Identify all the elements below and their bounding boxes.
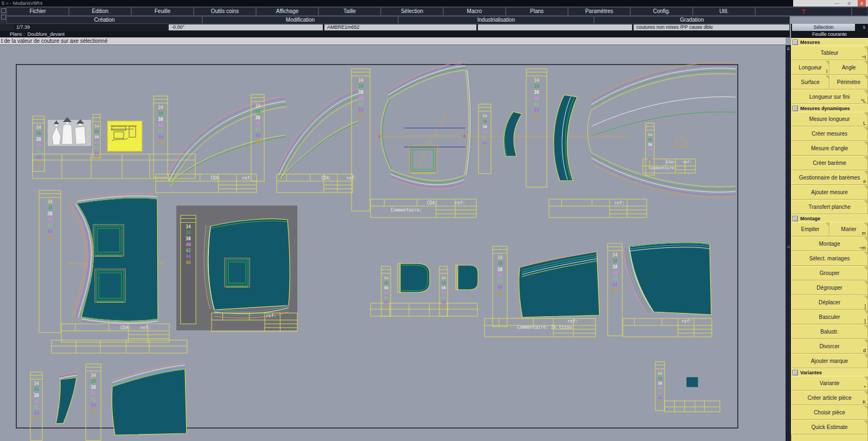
menu-item-3[interactable]: Outils coins xyxy=(194,8,256,15)
size-strip[interactable]: 34363840424446 xyxy=(181,215,196,324)
mode-tab-3[interactable]: Gradation xyxy=(595,17,789,23)
tool-button-longueur[interactable]: Longueurl xyxy=(791,60,829,75)
empty-field[interactable] xyxy=(478,24,632,30)
tool-button-cr-er-mesures[interactable]: Créer mesures xyxy=(791,126,868,141)
mode-tab-2[interactable]: Industrialisation xyxy=(399,17,593,23)
pattern-piece[interactable] xyxy=(112,369,187,435)
section-checkbox-icon[interactable] xyxy=(793,106,798,111)
size-strip[interactable]: 34363840424446 xyxy=(352,69,370,211)
tool-button-variante[interactable]: Variante* xyxy=(791,376,868,391)
technical-sketch-thumbnail[interactable] xyxy=(107,121,142,151)
pattern-piece[interactable] xyxy=(56,378,76,424)
tool-button-mesure-d-angle[interactable]: Mesure d'angle xyxy=(791,141,868,156)
size-strip[interactable]: 34363840424446 xyxy=(493,246,507,327)
menu-item-11[interactable]: Util. xyxy=(693,8,755,15)
tool-section-title: Mesures xyxy=(800,40,820,45)
tool-button-gestionnaire-de-bar-mes[interactable]: Gestionnaire de barèmes# xyxy=(791,170,868,185)
pattern-piece[interactable] xyxy=(503,112,522,156)
menu-item-1[interactable]: Édition xyxy=(69,8,131,15)
tool-button-s-lect-mariages[interactable]: Sélect. mariages xyxy=(791,251,868,266)
pattern-piece[interactable] xyxy=(457,265,478,290)
tool-button-cr-er-article-pi-ce[interactable]: Créer article pièceK xyxy=(791,391,868,405)
size-strip[interactable]: 34363840424446 xyxy=(439,266,448,316)
tool-button-empiler[interactable]: Empiler xyxy=(791,222,829,237)
size-strip[interactable]: 34363840424446 xyxy=(251,94,264,181)
title-block[interactable]: CDA:ref: xyxy=(277,174,356,193)
scroll-grip-icon[interactable]: ≡ xyxy=(786,244,791,250)
title-block[interactable]: ref:Commentaire: 2x tissu xyxy=(484,318,596,337)
tool-button-d-placer[interactable]: Déplacer] xyxy=(791,295,868,310)
menu-item-9[interactable]: Paramètres xyxy=(569,8,630,15)
size-strip[interactable]: 34363840424446 xyxy=(154,96,168,177)
pattern-piece[interactable] xyxy=(629,243,711,315)
tool-button-ajouter-marque[interactable]: Ajouter marque xyxy=(791,354,868,368)
drawing-canvas[interactable]: CDA:ref:CDA:ref:CDA:ref:Commentaire:ref:… xyxy=(0,45,786,441)
vertical-scrollbar[interactable]: Δ ≡ xyxy=(786,45,791,441)
mode-tab-1[interactable]: Modification xyxy=(203,17,398,23)
menu-item-6[interactable]: Sélection xyxy=(381,8,443,15)
scroll-up-icon[interactable]: Δ xyxy=(786,47,791,50)
tool-section-header[interactable]: Montage xyxy=(791,214,868,222)
tool-button-balustr-[interactable]: Balustr. xyxy=(791,324,868,339)
message-field[interactable]: coutures non mises /PP cause dble xyxy=(634,24,789,30)
tool-section-header[interactable]: Variantes xyxy=(791,368,868,376)
tool-button-angle[interactable]: Angle xyxy=(829,60,868,75)
tool-button-surface[interactable]: Surface xyxy=(791,75,829,90)
tool-button-d-grouper[interactable]: Dégrouper xyxy=(791,280,868,295)
title-block[interactable]: CDA:ref:Commentaire: xyxy=(371,199,476,218)
tool-section-header[interactable]: Mesures xyxy=(791,38,868,46)
scale-field[interactable]: 1/7.39 xyxy=(14,24,167,30)
tool-button-mesure-longueur[interactable]: Mesure longueurL xyxy=(791,112,868,126)
menu-item-2[interactable]: Feuille xyxy=(132,8,193,15)
menu-item-4[interactable]: Affichage xyxy=(257,8,318,15)
mode-tab-0[interactable]: Création xyxy=(7,17,202,23)
size-strip[interactable]: 34363840424446 xyxy=(30,372,42,440)
size-strip[interactable]: 34363840424446 xyxy=(33,116,44,171)
menu-item-10[interactable]: Config. xyxy=(631,8,692,15)
tool-button-basculer[interactable]: Basculer[ xyxy=(791,310,868,324)
tool-button-transfert-planche[interactable]: Transfert planche xyxy=(791,200,868,214)
size-strip[interactable]: 34363840424446 xyxy=(478,104,491,174)
minimize-button[interactable]: — xyxy=(834,0,840,7)
size-strip[interactable]: 34363840424446 xyxy=(526,69,547,187)
tool-button-marier[interactable]: Marierm xyxy=(829,222,868,237)
size-strip[interactable]: 34363840424446 xyxy=(608,244,622,336)
tool-button-tableur[interactable]: Tableur~t xyxy=(791,46,868,60)
model-field[interactable]: AMBRE1m652 xyxy=(324,24,476,30)
tool-button-cr-er-bar-me[interactable]: Créer barème xyxy=(791,156,868,170)
tool-button-ajouter-mesure[interactable]: Ajouter mesure xyxy=(791,185,868,200)
section-checkbox-icon[interactable] xyxy=(793,370,798,375)
title-block[interactable] xyxy=(33,154,195,178)
tool-button-choisir-pi-ce[interactable]: Choisir pièce xyxy=(791,405,868,420)
title-block[interactable]: CDA:ref: xyxy=(61,324,169,342)
title-block[interactable]: ref: xyxy=(549,199,647,218)
angle-field[interactable]: -0.00° xyxy=(169,24,323,30)
pattern-piece[interactable] xyxy=(208,219,290,310)
tool-button-grouper[interactable]: Grouper xyxy=(791,266,868,280)
menu-item-5[interactable]: Taille xyxy=(319,8,380,15)
size-strip[interactable]: 34363840424446 xyxy=(655,362,665,411)
menu-item-7[interactable]: Macro xyxy=(444,8,505,15)
tool-button-montage[interactable]: Montage~m xyxy=(791,237,868,251)
size-strip[interactable]: 34363840424446 xyxy=(39,190,61,333)
tool-button-quick-estimate[interactable]: Quick Estimate xyxy=(791,420,868,434)
close-button[interactable]: x xyxy=(858,0,866,7)
menu-item-8[interactable]: Plans xyxy=(506,8,567,15)
title-block[interactable]: ref: xyxy=(623,318,712,337)
tool-button-p-rim-tre[interactable]: Périmètre xyxy=(829,75,868,90)
tool-button-divorcer[interactable]: Divorcerd xyxy=(791,339,868,354)
title-block[interactable] xyxy=(665,401,720,412)
selection-mode-button[interactable]: Sélection xyxy=(792,24,855,31)
section-checkbox-icon[interactable] xyxy=(793,40,798,45)
help-menu[interactable]: ? xyxy=(756,8,851,15)
maximize-button[interactable]: o xyxy=(846,0,852,7)
window-titlebar[interactable]: 5 = - ModarisV8R4 — o x xyxy=(0,0,868,7)
tool-button-longueur-sur-fini[interactable]: Longueur sur fini^L xyxy=(791,90,868,104)
size-strip[interactable]: 34363840424446 xyxy=(86,364,101,440)
tool-button-partial[interactable] xyxy=(791,434,868,441)
pattern-piece[interactable] xyxy=(687,378,698,387)
menu-item-0[interactable]: Fichier xyxy=(7,8,68,15)
size-strip[interactable]: 34363840424446 xyxy=(381,266,391,316)
tool-section-header[interactable]: Mesures dynamiques xyxy=(791,104,868,112)
section-checkbox-icon[interactable] xyxy=(793,216,798,221)
